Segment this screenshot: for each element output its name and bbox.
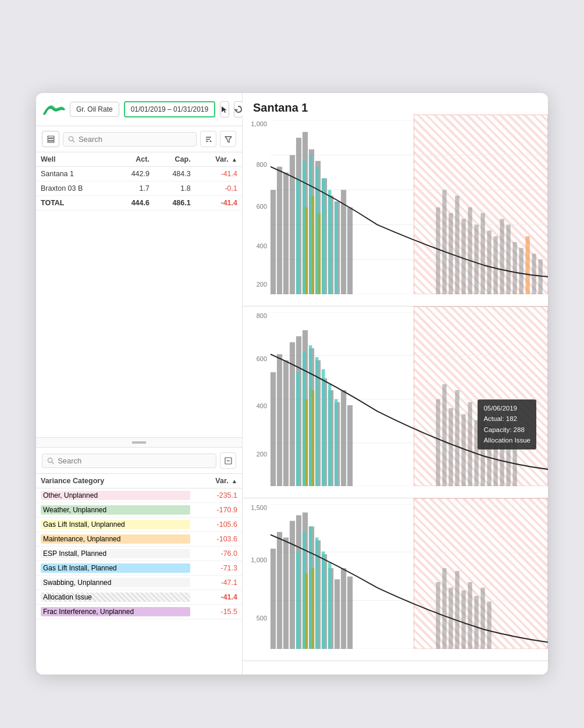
- empty-space: [36, 210, 242, 437]
- y-label: 400: [245, 402, 267, 409]
- svg-rect-124: [328, 563, 332, 649]
- svg-rect-48: [468, 208, 472, 295]
- variance-row[interactable]: Swabbing, Unplanned -47.1: [36, 576, 242, 590]
- col-variance-category[interactable]: Variance Category: [36, 474, 195, 488]
- svg-rect-65: [270, 372, 276, 486]
- date-range-button[interactable]: 01/01/2019 – 01/31/2019: [124, 101, 215, 117]
- variance-table: Variance Category Var. ▲ Other, Unplanne…: [36, 474, 242, 619]
- svg-rect-89: [448, 408, 453, 486]
- chart-block-2: 800 600 400 200 05/06/2019 Actual: 182 C…: [243, 306, 548, 498]
- chart-title: Santana 1: [243, 93, 548, 115]
- col-var[interactable]: Var. ▲: [195, 152, 242, 167]
- variance-row[interactable]: Gas Lift Install, Unplanned -105.6: [36, 518, 242, 532]
- svg-marker-9: [225, 137, 232, 142]
- tooltip-capacity: Capacity: 288: [483, 424, 530, 435]
- svg-rect-36: [296, 179, 300, 294]
- variance-row[interactable]: Frac Interference, Unplanned -15.5: [36, 605, 242, 619]
- svg-rect-104: [270, 549, 276, 649]
- sort-arrow-var: ▲: [232, 156, 237, 163]
- well-name: Braxton 03 B: [36, 181, 113, 196]
- svg-rect-67: [283, 360, 289, 486]
- svg-rect-128: [455, 571, 459, 649]
- svg-rect-51: [487, 230, 491, 294]
- drag-divider[interactable]: [36, 437, 242, 448]
- variance-row[interactable]: Maintenance, Unplanned -103.6: [36, 532, 242, 547]
- well-table: Well Act. Cap. Var. ▲ Santana 1 442.9 48…: [36, 152, 242, 210]
- col-cap[interactable]: Cap.: [154, 152, 195, 167]
- variance-search-icon: [47, 457, 54, 465]
- variance-cat-label: Gas Lift Install, Unplanned: [41, 520, 190, 529]
- variance-val: -76.0: [195, 547, 242, 561]
- svg-rect-87: [436, 399, 440, 487]
- svg-rect-119: [296, 551, 300, 649]
- total-act: 444.6: [113, 196, 154, 210]
- left-panel: Gr. Oil Rate 01/01/2019 – 01/31/2019: [36, 93, 243, 675]
- well-search-bar: [36, 126, 242, 152]
- rate-button[interactable]: Gr. Oil Rate: [70, 102, 119, 117]
- table-row[interactable]: Santana 1 442.9 484.3 -41.4: [36, 167, 242, 181]
- y-label: 600: [245, 355, 267, 362]
- variance-cat-label: Other, Unplanned: [41, 491, 190, 500]
- variance-cat-label: ESP Install, Planned: [41, 549, 190, 558]
- y-label: 600: [245, 203, 267, 210]
- variance-cat-label: Allocation Issue: [41, 593, 190, 602]
- col-well[interactable]: Well: [36, 152, 113, 167]
- svg-rect-32: [347, 208, 352, 295]
- col-act[interactable]: Act.: [113, 152, 154, 167]
- variance-search-input[interactable]: [58, 456, 211, 465]
- svg-rect-50: [480, 213, 485, 294]
- variance-val: -170.9: [195, 503, 242, 518]
- chart-svg-1: [270, 120, 548, 294]
- svg-rect-76: [341, 390, 346, 486]
- svg-rect-1: [48, 138, 54, 140]
- col-variance-var[interactable]: Var. ▲: [195, 474, 242, 488]
- table-row[interactable]: Braxton 03 B 1.7 1.8 -0.1: [36, 181, 242, 196]
- svg-rect-52: [493, 236, 497, 294]
- filter-icon: [225, 135, 232, 143]
- sort-icon: [205, 135, 212, 143]
- svg-rect-47: [461, 219, 465, 294]
- svg-rect-121: [309, 526, 312, 649]
- toolbar: Gr. Oil Rate 01/01/2019 – 01/31/2019: [36, 93, 242, 126]
- variance-val: -235.1: [195, 488, 242, 503]
- svg-rect-132: [480, 588, 485, 649]
- total-row: TOTAL 444.6 486.1 -41.4: [36, 196, 242, 210]
- table-view-button[interactable]: [42, 131, 59, 147]
- variance-row[interactable]: Other, Unplanned -235.1: [36, 488, 242, 503]
- y-label: 400: [245, 242, 267, 249]
- svg-rect-49: [474, 224, 478, 294]
- collapse-icon: [225, 457, 232, 465]
- variance-row[interactable]: Weather, Unplanned -170.9: [36, 503, 242, 518]
- variance-row[interactable]: ESP Install, Planned -76.0: [36, 547, 242, 561]
- y-label: 1,500: [245, 504, 267, 511]
- y-label: 1,000: [245, 556, 267, 563]
- cursor-tool-button[interactable]: [220, 101, 229, 117]
- sort-filter-button[interactable]: [200, 131, 216, 147]
- svg-rect-57: [525, 236, 529, 294]
- variance-search-bar: [36, 448, 242, 474]
- tooltip-issue: Allocation Issue: [483, 435, 530, 445]
- right-panel: Santana 1 1,000 800 600 400 200: [243, 93, 548, 675]
- svg-marker-8: [209, 140, 212, 142]
- variance-search-input-container: [42, 454, 216, 468]
- chart-svg-3: [270, 504, 548, 649]
- well-act: 1.7: [113, 181, 154, 196]
- variance-collapse-button[interactable]: [220, 452, 236, 469]
- svg-rect-43: [436, 208, 440, 295]
- y-label: 800: [245, 161, 267, 168]
- svg-rect-38: [309, 155, 312, 294]
- svg-rect-39: [315, 167, 319, 294]
- y-label: 500: [245, 615, 267, 622]
- variance-val: -71.3: [195, 561, 242, 576]
- well-search-input[interactable]: [79, 135, 191, 144]
- svg-rect-41: [328, 190, 332, 294]
- svg-rect-82: [309, 345, 312, 486]
- well-var: -41.4: [195, 167, 242, 181]
- app-logo: [43, 101, 65, 117]
- variance-row[interactable]: Allocation Issue -41.4: [36, 590, 242, 605]
- variance-row[interactable]: Gas Lift Install, Planned -71.3: [36, 561, 242, 576]
- variance-val: -47.1: [195, 576, 242, 590]
- refresh-button[interactable]: [234, 101, 243, 117]
- filter-button[interactable]: [220, 131, 236, 147]
- svg-rect-21: [277, 167, 282, 294]
